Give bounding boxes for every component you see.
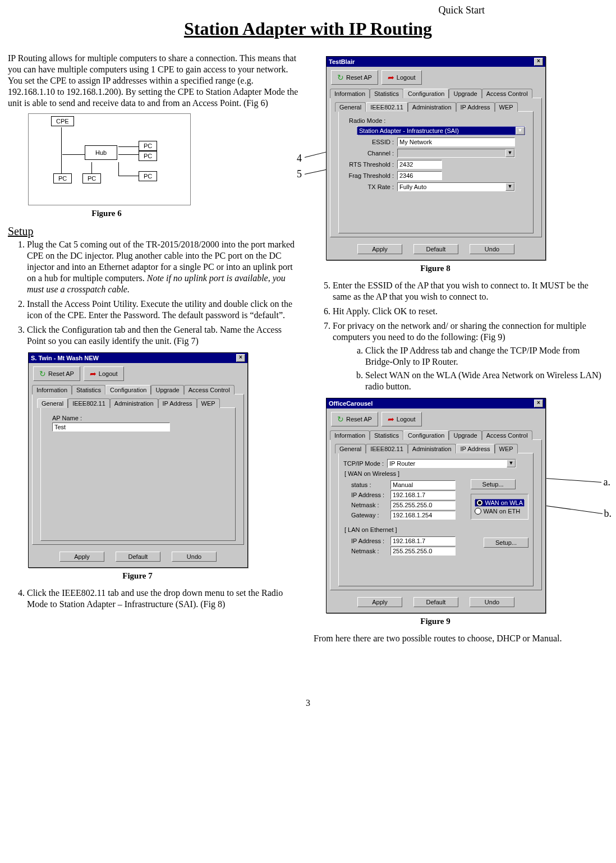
header-section-label: Quick Start (8, 4, 608, 16)
radio-wan-wla[interactable]: WAN on WLA (475, 499, 525, 507)
undo-button[interactable]: Undo (172, 552, 217, 562)
subtab-wep[interactable]: WEP (495, 444, 518, 453)
apname-input[interactable]: Test (52, 423, 170, 431)
reset-ap-button[interactable]: ↻Reset AP (331, 412, 378, 426)
status-label: status : (351, 481, 388, 488)
lan-mask-input[interactable]: 255.255.255.0 (390, 547, 456, 556)
tab-statistics[interactable]: Statistics (370, 89, 403, 98)
apply-button[interactable]: Apply (357, 244, 402, 254)
fig6-pc-box-5: PC (53, 173, 72, 183)
logout-button[interactable]: ➦Logout (381, 70, 422, 85)
channel-dropdown[interactable]: ▼ (397, 149, 515, 158)
chevron-down-icon: ▼ (507, 460, 516, 467)
tab-upgrade[interactable]: Upgrade (449, 430, 481, 440)
subtab-wep[interactable]: WEP (197, 398, 220, 408)
subtab-ip-address[interactable]: IP Address (456, 444, 495, 453)
tab-configuration[interactable]: Configuration (403, 430, 449, 440)
tab-information[interactable]: Information (330, 89, 370, 98)
undo-button[interactable]: Undo (470, 597, 514, 607)
wan-setup-button[interactable]: Setup... (471, 479, 516, 489)
reset-ap-button[interactable]: ↻Reset AP (331, 70, 378, 85)
fig9-title: OfficeCarousel (329, 400, 373, 407)
subtab-ieee80211[interactable]: IEEE802.11 (366, 444, 408, 453)
fig7-titlebar: S. Twin - Mt Wash NEW × (29, 353, 247, 363)
apply-button[interactable]: Apply (59, 552, 104, 562)
lan-setup-button[interactable]: Setup... (484, 538, 528, 548)
close-icon[interactable]: × (534, 58, 543, 66)
default-button[interactable]: Default (116, 552, 160, 562)
tab-access-control[interactable]: Access Control (184, 385, 235, 394)
page-number: 3 (8, 698, 608, 708)
subtab-ip-address[interactable]: IP Address (158, 398, 197, 408)
rts-input[interactable]: 2432 (397, 160, 442, 169)
subtab-general[interactable]: General (335, 444, 366, 453)
close-icon[interactable]: × (236, 354, 245, 362)
lan-ip-label: IP Address : (351, 538, 388, 544)
fig9-titlebar: OfficeCarousel × (327, 398, 545, 408)
rts-label: RTS Threshold : (343, 161, 394, 168)
tab-upgrade[interactable]: Upgrade (151, 385, 183, 394)
callout-b-line (540, 504, 603, 514)
tcpip-dropdown[interactable]: IP Router▼ (387, 459, 516, 468)
setup-heading: Setup (8, 225, 302, 238)
subtab-ip-address[interactable]: IP Address (456, 102, 495, 112)
logout-button[interactable]: ➦Logout (381, 412, 422, 426)
subtab-administration[interactable]: Administration (408, 102, 456, 112)
radio-wan-eth[interactable]: WAN on ETH (475, 508, 525, 515)
step-7: For privacy on the network and/ or shari… (333, 320, 608, 392)
figure-6-caption: Figure 6 (28, 209, 185, 218)
subtab-general[interactable]: General (335, 102, 366, 112)
fig6-pc-box-2: PC (139, 151, 157, 161)
left-column: IP Routing allows for multiple computers… (8, 53, 302, 648)
lan-ip-input[interactable]: 192.168.1.7 (390, 536, 456, 545)
tab-information[interactable]: Information (330, 430, 370, 440)
logout-button[interactable]: ➦Logout (84, 366, 124, 381)
fig8-titlebar: TestBlair × (327, 57, 545, 67)
txrate-dropdown[interactable]: Fully Auto▼ (397, 182, 515, 191)
radiomode-label: Radio Mode : (349, 117, 528, 124)
default-button[interactable]: Default (413, 244, 458, 254)
callout-a: a. (604, 476, 611, 488)
radio-icon (475, 508, 481, 515)
subtab-administration[interactable]: Administration (110, 398, 158, 408)
default-button[interactable]: Default (413, 597, 458, 607)
callout-4: 4 (297, 153, 302, 164)
subtab-general[interactable]: General (37, 398, 68, 408)
tab-configuration[interactable]: Configuration (403, 89, 449, 98)
tab-upgrade[interactable]: Upgrade (449, 89, 481, 98)
status-input[interactable]: Manual (390, 480, 456, 489)
figure-8-window: TestBlair × ↻Reset AP ➦Logout Informatio… (326, 56, 546, 260)
mask-label: Netmask : (351, 502, 388, 508)
reset-ap-button[interactable]: ↻Reset AP (33, 366, 80, 381)
apply-button[interactable]: Apply (357, 597, 402, 607)
step-6: Hit Apply. Click OK to reset. (333, 306, 608, 317)
subtab-administration[interactable]: Administration (408, 444, 456, 453)
tab-access-control[interactable]: Access Control (482, 430, 532, 440)
tab-statistics[interactable]: Statistics (72, 385, 105, 394)
fig7-title: S. Twin - Mt Wash NEW (31, 355, 99, 361)
subtab-wep[interactable]: WEP (495, 102, 518, 112)
step-1: Plug the Cat 5 coming out of the TR-2015… (27, 239, 302, 295)
essid-input[interactable]: My Network (397, 137, 515, 146)
frag-input[interactable]: 2346 (397, 171, 442, 180)
logout-icon: ➦ (388, 415, 394, 424)
right-column: 4 5 TestBlair × ↻Reset AP ➦Logout Inform… (314, 53, 608, 648)
subtab-ieee80211[interactable]: IEEE802.11 (366, 102, 408, 112)
radiomode-dropdown[interactable]: Station Adapter - Infrastructure (SAI)▼ (357, 126, 525, 135)
figure-9-window: OfficeCarousel × ↻Reset AP ➦Logout Infor… (326, 398, 546, 613)
tab-access-control[interactable]: Access Control (482, 89, 532, 98)
mask-input[interactable]: 255.255.255.0 (390, 501, 456, 509)
step-2: Install the Access Point Utility. Execut… (27, 299, 302, 321)
fig7-main-tabs: Information Statistics Configuration Upg… (29, 384, 247, 394)
figure-9-caption: Figure 9 (326, 617, 545, 626)
tab-statistics[interactable]: Statistics (370, 430, 403, 440)
undo-button[interactable]: Undo (470, 244, 514, 254)
wan-heading: [ WAN on Wireless ] (344, 470, 528, 477)
gw-input[interactable]: 192.168.1.254 (390, 511, 456, 520)
ip-input[interactable]: 192.168.1.7 (390, 490, 456, 499)
close-icon[interactable]: × (534, 400, 543, 407)
subtab-ieee80211[interactable]: IEEE802.11 (68, 398, 110, 408)
tab-information[interactable]: Information (32, 385, 72, 394)
figure-7-caption: Figure 7 (28, 571, 247, 581)
tab-configuration[interactable]: Configuration (105, 385, 151, 394)
